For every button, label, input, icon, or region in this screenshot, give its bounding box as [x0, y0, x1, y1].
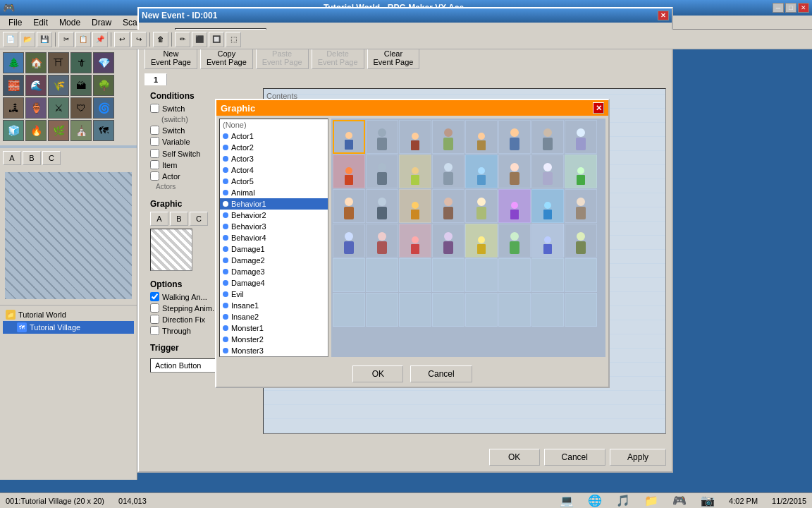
list-item-none[interactable]: (None) — [220, 119, 328, 131]
cut-tool-button[interactable]: ✂ — [59, 32, 74, 47]
through-checkbox[interactable] — [150, 326, 159, 335]
sprite-cell-1-4[interactable] — [465, 155, 498, 188]
sprite-cell-5-5[interactable] — [498, 293, 531, 327]
map-tree-item-village[interactable]: 🗺 Tutorial Village — [3, 321, 134, 334]
sprite-cell-1-2[interactable] — [399, 155, 431, 188]
actor-checkbox[interactable] — [150, 171, 159, 181]
list-item-monster1[interactable]: Monster1 — [220, 322, 328, 334]
sprite-cell-4-3[interactable] — [432, 258, 465, 292]
event-cancel-button[interactable]: Cancel — [544, 449, 605, 466]
tile-13[interactable]: ⚔ — [48, 97, 69, 119]
sprite-cell-4-4[interactable] — [465, 258, 498, 292]
list-item-damage3[interactable]: Damage3 — [220, 266, 328, 277]
delete-tool-button[interactable]: 🗑 — [153, 32, 168, 47]
sprite-cell-4-1[interactable] — [366, 258, 398, 292]
menu-mode[interactable]: Mode — [54, 16, 86, 29]
sprite-cell-3-0[interactable] — [333, 224, 365, 258]
map-tree-item-world[interactable]: 📁 Tutorial World — [3, 308, 134, 321]
direction-fix-checkbox[interactable] — [150, 315, 159, 324]
item-checkbox[interactable] — [150, 160, 159, 169]
sprite-cell-1-1[interactable] — [366, 155, 398, 188]
tile-3[interactable]: ⛩ — [48, 52, 69, 73]
menu-edit[interactable]: Edit — [27, 16, 54, 29]
list-item-behavior2[interactable]: Behavior2 — [220, 210, 328, 221]
delete-event-page-button[interactable]: DeleteEvent Page — [312, 47, 364, 69]
sprite-cell-0-1[interactable] — [366, 120, 398, 154]
sprite-cell-2-7[interactable] — [565, 189, 597, 223]
menu-draw[interactable]: Draw — [86, 16, 117, 29]
tile-5[interactable]: 💎 — [93, 52, 114, 73]
sprite-cell-2-5[interactable] — [498, 189, 531, 223]
sprite-cell-5-4[interactable] — [465, 293, 498, 327]
sprite-cell-3-3[interactable] — [432, 224, 465, 258]
tile-16[interactable]: 🧊 — [3, 120, 24, 141]
graphic-tab-a[interactable]: A — [150, 212, 168, 226]
sprite-cell-5-3[interactable] — [432, 293, 465, 327]
tile-20[interactable]: 🗺 — [93, 120, 114, 141]
tile-11[interactable]: 🏞 — [3, 97, 24, 119]
event-ok-button[interactable]: OK — [489, 449, 540, 466]
menu-file[interactable]: File — [3, 16, 27, 29]
taskbar-icon-6[interactable]: 📷 — [701, 494, 715, 507]
list-item-actor3[interactable]: Actor3 — [220, 153, 328, 164]
variable-checkbox[interactable] — [150, 137, 159, 146]
taskbar-icon-2[interactable]: 🌐 — [588, 494, 602, 507]
sprite-cell-3-6[interactable] — [531, 224, 564, 258]
graphic-cancel-button[interactable]: Cancel — [410, 365, 472, 382]
sprite-cell-3-2[interactable] — [399, 224, 431, 258]
sprite-cell-4-5[interactable] — [498, 258, 531, 292]
paste-event-page-button[interactable]: PasteEvent Page — [256, 47, 309, 69]
sprite-cell-2-1[interactable] — [366, 189, 398, 223]
sprite-grid[interactable] — [331, 119, 605, 357]
list-item-damage2[interactable]: Damage2 — [220, 255, 328, 266]
walking-anim-checkbox[interactable] — [150, 292, 159, 301]
eraser-tool-button[interactable]: ⬛ — [192, 32, 207, 47]
redo-tool-button[interactable]: ↪ — [131, 32, 147, 47]
copy-tool-button[interactable]: 📋 — [75, 32, 91, 47]
list-item-behavior1[interactable]: Behavior1 — [220, 198, 328, 210]
sprite-cell-2-4[interactable] — [465, 189, 498, 223]
sprite-cell-3-1[interactable] — [366, 224, 398, 258]
sprite-cell-5-2[interactable] — [399, 293, 431, 327]
sprite-cell-1-0[interactable] — [333, 155, 365, 188]
tile-15[interactable]: 🌀 — [93, 97, 114, 119]
sprite-cell-0-5[interactable] — [498, 120, 531, 154]
tile-4[interactable]: 🗡 — [70, 52, 92, 73]
taskbar-icon-5[interactable]: 🎮 — [672, 494, 687, 507]
tile-8[interactable]: 🌾 — [48, 75, 69, 96]
tile-12[interactable]: 🏺 — [25, 97, 47, 119]
close-button[interactable]: ✕ — [798, 3, 809, 13]
tile-9[interactable]: 🏔 — [70, 75, 92, 96]
sprite-cell-3-4[interactable] — [465, 224, 498, 258]
taskbar-icon-1[interactable]: 💻 — [560, 494, 574, 507]
list-item-evil[interactable]: Evil — [220, 289, 328, 300]
list-item-insane2[interactable]: Insane2 — [220, 311, 328, 322]
tile-7[interactable]: 🌊 — [25, 75, 47, 96]
sprite-cell-2-0[interactable] — [333, 189, 365, 223]
alpha-c[interactable]: C — [42, 151, 61, 165]
sprite-cell-0-3[interactable] — [432, 120, 465, 154]
sprite-cell-1-7[interactable] — [565, 155, 597, 188]
graphic-ok-button[interactable]: OK — [352, 365, 403, 382]
stepping-anim-checkbox[interactable] — [150, 303, 159, 313]
new-event-page-button[interactable]: NewEvent Page — [144, 47, 197, 69]
alpha-b[interactable]: B — [23, 151, 41, 165]
list-item-animal[interactable]: Animal — [220, 187, 328, 198]
fill-tool-button[interactable]: 🔲 — [209, 32, 224, 47]
sprite-cell-2-2[interactable] — [399, 189, 431, 223]
sprite-cell-5-1[interactable] — [366, 293, 398, 327]
event-dialog-close-button[interactable]: ✕ — [658, 11, 669, 20]
sprite-cell-5-0[interactable] — [333, 293, 365, 327]
save-tool-button[interactable]: 💾 — [37, 32, 52, 47]
sprite-cell-4-0[interactable] — [333, 258, 365, 292]
alpha-a[interactable]: A — [3, 151, 21, 165]
sprite-cell-1-5[interactable] — [498, 155, 531, 188]
list-item-actor5[interactable]: Actor5 — [220, 176, 328, 187]
sprite-cell-0-4[interactable] — [465, 120, 498, 154]
sprite-cell-0-2[interactable] — [399, 120, 431, 154]
list-item-behavior3[interactable]: Behavior3 — [220, 221, 328, 232]
sprite-cell-4-2[interactable] — [399, 258, 431, 292]
open-tool-button[interactable]: 📂 — [20, 32, 35, 47]
sprite-cell-1-6[interactable] — [531, 155, 564, 188]
self-switch-checkbox[interactable] — [150, 149, 159, 158]
